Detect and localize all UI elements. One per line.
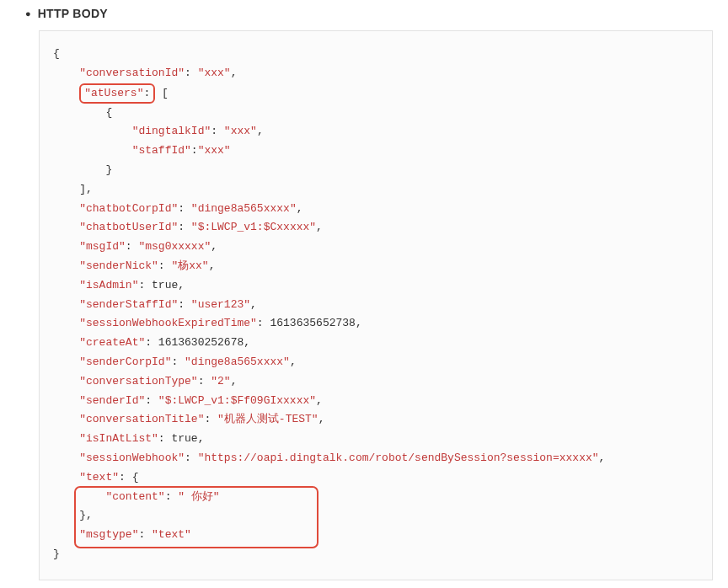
key-atUsers: "atUsers" bbox=[84, 87, 143, 99]
key-chatbotUserId: "chatbotUserId" bbox=[79, 221, 178, 233]
val-conversationId: "xxx" bbox=[198, 67, 231, 79]
heading-text: HTTP BODY bbox=[38, 7, 108, 20]
key-content: "content" bbox=[105, 490, 164, 503]
key-isAdmin: "isAdmin" bbox=[79, 279, 138, 291]
key-senderId: "senderId" bbox=[79, 394, 145, 407]
key-conversationType: "conversationType" bbox=[79, 375, 197, 388]
section-heading: ● HTTP BODY bbox=[25, 7, 713, 20]
key-senderNick: "senderNick" bbox=[79, 259, 158, 272]
key-dingtalkId: "dingtalkId" bbox=[132, 125, 211, 137]
key-sessionWebhookExpiredTime: "sessionWebhookExpiredTime" bbox=[79, 317, 257, 329]
val-conversationTitle: "机器人测试-TEST" bbox=[217, 413, 318, 425]
key-staffId: "staffId" bbox=[132, 144, 191, 157]
val-senderStaffId: "user123" bbox=[191, 298, 250, 311]
val-content: " 你好" bbox=[178, 490, 219, 503]
key-sessionWebhook: "sessionWebhook" bbox=[79, 452, 185, 464]
key-senderStaffId: "senderStaffId" bbox=[79, 298, 178, 311]
val-chatbotUserId: "$:LWCP_v1:$Cxxxxx" bbox=[191, 221, 316, 233]
key-conversationTitle: "conversationTitle" bbox=[79, 413, 204, 425]
val-sessionWebhook: "https://oapi.dingtalk.com/robot/sendByS… bbox=[198, 452, 599, 464]
key-isInAtList: "isInAtList" bbox=[79, 432, 158, 445]
val-senderNick: "杨xx" bbox=[171, 259, 208, 272]
key-createAt: "createAt" bbox=[79, 336, 145, 349]
code-block: { "conversationId": "xxx", "atUsers": [ … bbox=[39, 30, 713, 580]
key-conversationId: "conversationId" bbox=[79, 67, 185, 79]
val-conversationType: "2" bbox=[211, 375, 230, 388]
val-staffId: "xxx" bbox=[198, 144, 231, 157]
val-isInAtList: true bbox=[171, 432, 197, 445]
val-senderCorpId: "dinge8a565xxxx" bbox=[185, 355, 290, 368]
val-sessionWebhookExpiredTime: 1613635652738 bbox=[270, 317, 355, 329]
val-chatbotCorpId: "dinge8a565xxxx" bbox=[191, 202, 297, 215]
key-msgtype: "msgtype" bbox=[79, 528, 138, 541]
val-senderId: "$:LWCP_v1:$Ff09GIxxxxx" bbox=[158, 394, 316, 407]
val-msgId: "msg0xxxxx" bbox=[138, 240, 211, 253]
key-text: "text" bbox=[79, 471, 119, 484]
bullet-icon: ● bbox=[25, 9, 31, 19]
val-dingtalkId: "xxx" bbox=[224, 125, 257, 137]
key-chatbotCorpId: "chatbotCorpId" bbox=[79, 202, 178, 215]
key-msgId: "msgId" bbox=[79, 240, 126, 253]
val-msgtype: "text" bbox=[152, 528, 191, 541]
val-createAt: 1613630252678 bbox=[158, 336, 244, 349]
key-senderCorpId: "senderCorpId" bbox=[79, 355, 171, 368]
val-isAdmin: true bbox=[152, 279, 178, 291]
